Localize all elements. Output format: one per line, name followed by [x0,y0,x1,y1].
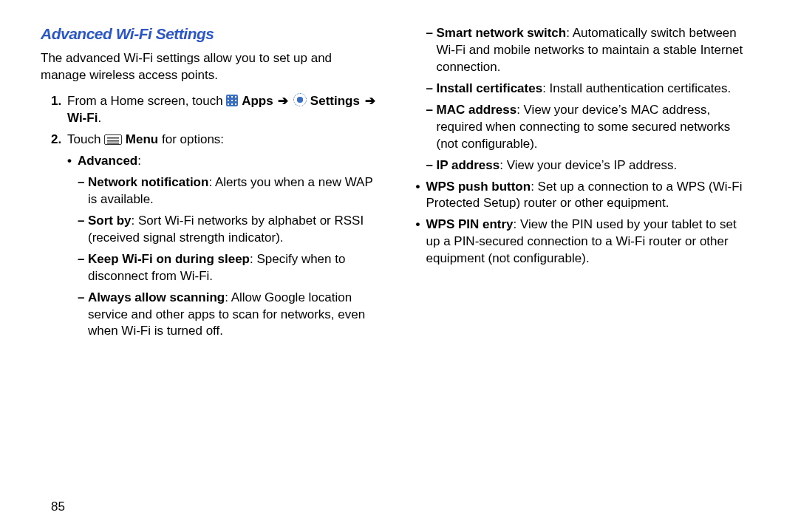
period: . [98,111,101,125]
colon: : [137,154,141,168]
left-column: Advanced Wi-Fi Settings The advanced Wi-… [41,21,401,517]
item-wps-push-button: • WPS push button: Set up a connection t… [416,179,747,213]
dash-mark: – [78,290,88,341]
step-number: 2. [51,132,67,149]
step-body: Touch Menu for options: [67,132,379,149]
step-1: 1. From a Home screen, touch Apps ➔ Sett… [51,93,379,127]
page-number: 85 [51,499,65,516]
item-body: WPS push button: Set up a connection to … [426,179,747,213]
apps-label: Apps [242,94,273,108]
item-body: Network notification: Alerts you when a … [88,174,379,208]
item-ip-address: – IP address: View your device’s IP addr… [426,157,747,174]
bullet-body: Advanced: [78,153,379,170]
step-text: From a Home screen, touch [67,94,226,108]
dash-mark: – [426,25,437,76]
item-body: Always allow scanning: Allow Google loca… [88,290,379,341]
dash-mark: – [78,174,88,208]
item-body: Sort by: Sort Wi-Fi networks by alphabet… [88,213,379,247]
settings-icon [293,93,307,106]
item-title: WPS PIN entry [426,217,514,231]
item-smart-network-switch: – Smart network switch: Automatically sw… [426,25,747,76]
item-keep-wifi-on: – Keep Wi-Fi on during sleep: Specify wh… [78,251,379,285]
menu-label: Menu [126,132,158,146]
item-wps-pin-entry: • WPS PIN entry: View the PIN used by yo… [416,216,747,267]
item-mac-address: – MAC address: View your device’s MAC ad… [426,102,747,153]
manual-page: Advanced Wi-Fi Settings The advanced Wi-… [0,0,798,532]
section-title: Advanced Wi-Fi Settings [41,24,379,44]
bullet-advanced: • Advanced: [67,153,379,170]
item-allow-scanning: – Always allow scanning: Allow Google lo… [78,290,379,341]
item-sort-by: – Sort by: Sort Wi-Fi networks by alphab… [78,213,379,247]
item-title: Always allow scanning [88,290,225,304]
arrow-icon: ➔ [364,94,377,108]
dash-mark: – [78,213,88,247]
item-body: IP address: View your device’s IP addres… [437,157,747,174]
item-network-notification: – Network notification: Alerts you when … [78,174,379,208]
advanced-label: Advanced [78,154,137,168]
item-title: Keep Wi-Fi on during sleep [88,252,250,266]
menu-icon [104,134,122,145]
bullet-mark: • [416,179,426,213]
bullet-mark: • [416,216,426,267]
item-text: : View your device’s IP address. [499,158,677,172]
item-body: Smart network switch: Automatically swit… [437,25,747,76]
item-title: Smart network switch [437,26,567,40]
item-body: MAC address: View your device’s MAC addr… [437,102,747,153]
step-body: From a Home screen, touch Apps ➔ Setting… [67,93,379,127]
item-body: WPS PIN entry: View the PIN used by your… [426,216,747,267]
settings-label: Settings [310,94,360,108]
step-number: 1. [51,93,67,127]
item-title: WPS push button [426,180,531,194]
apps-icon [226,95,238,106]
dash-mark: – [426,102,437,153]
step-text: for options: [162,132,224,146]
item-install-certificates: – Install certificates: Install authenti… [426,81,747,98]
dash-mark: – [426,157,437,174]
item-body: Install certificates: Install authentica… [437,81,747,98]
right-column: – Smart network switch: Automatically sw… [401,21,769,517]
bullet-mark: • [67,153,78,170]
step-2: 2. Touch Menu for options: [51,132,379,149]
item-title: Network notification [88,175,208,189]
arrow-icon: ➔ [276,94,290,108]
dash-mark: – [78,251,88,285]
item-title: IP address [437,158,500,172]
dash-mark: – [426,81,437,98]
item-title: Sort by [88,214,132,228]
item-title: Install certificates [437,81,543,95]
intro-paragraph: The advanced Wi-Fi settings allow you to… [41,50,379,84]
wifi-label: Wi-Fi [67,111,98,125]
item-body: Keep Wi-Fi on during sleep: Specify when… [88,251,379,285]
step-text: Touch [67,132,104,146]
item-title: MAC address [437,103,517,117]
item-text: : Install authentication certificates. [542,81,731,95]
